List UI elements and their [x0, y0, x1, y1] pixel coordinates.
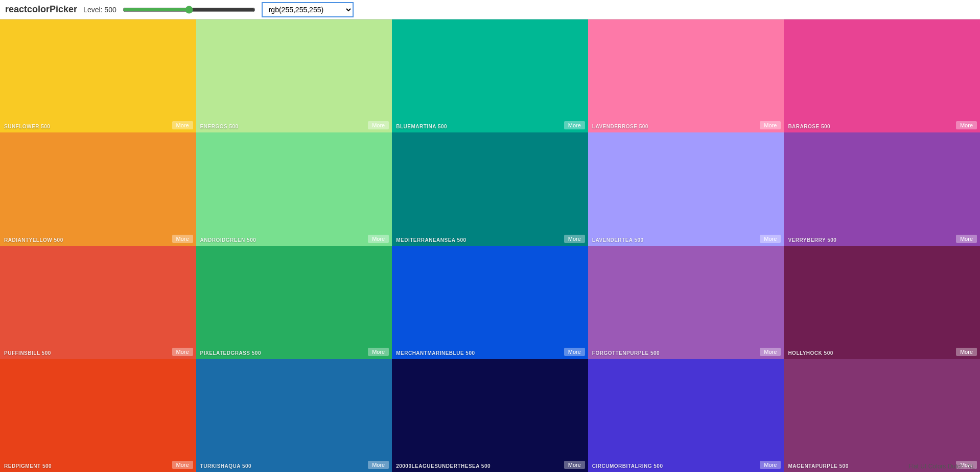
color-label: BLUEMARTINA 500	[396, 124, 588, 129]
color-cell-verryberry-500: VERRYBERRY 500More	[784, 132, 980, 245]
color-label: MEDITERRANEANSEA 500	[396, 237, 588, 243]
color-label: PIXELATEDGRASS 500	[200, 350, 392, 356]
color-cell-sunflower-500: SUNFLOWER 500More	[0, 19, 196, 132]
color-label: MERCHANTMARINEBLUE 500	[396, 350, 588, 356]
color-cell-merchantmarineblue-500: MERCHANTMARINEBLUE 500More	[392, 246, 588, 359]
app-title: reactcolorPicker	[5, 4, 77, 15]
more-button-5[interactable]: More	[172, 235, 193, 243]
color-cell-bluemartina-500: BLUEMARTINA 500More	[392, 19, 588, 132]
more-button-10[interactable]: More	[172, 348, 193, 356]
color-label: HOLLYHOCK 500	[788, 350, 980, 356]
footer: Flat UI Colors Dutch NL	[908, 463, 975, 470]
color-cell-20000leaguesunderthesea-500: 20000LEAGUESUNDERTHESEA 500More	[392, 359, 588, 472]
more-button-3[interactable]: More	[760, 121, 781, 129]
color-label: RADIANTYELLOW 500	[4, 237, 196, 243]
color-cell-lavenderrose-500: LAVENDERROSE 500More	[588, 19, 784, 132]
color-cell-lavendertea-500: LAVENDERTEA 500More	[588, 132, 784, 245]
header: reactcolorPicker Level: 500 rgb(255,255,…	[0, 0, 980, 19]
color-cell-mediterraneansea-500: MEDITERRANEANSEA 500More	[392, 132, 588, 245]
color-label: LAVENDERROSE 500	[592, 124, 784, 129]
color-cell-radiantyellow-500: RADIANTYELLOW 500More	[0, 132, 196, 245]
level-slider[interactable]	[123, 6, 255, 14]
more-button-0[interactable]: More	[172, 121, 193, 129]
more-button-4[interactable]: More	[956, 121, 977, 129]
color-cell-energos-500: ENERGOS 500More	[196, 19, 392, 132]
color-cell-hollyhock-500: HOLLYHOCK 500More	[784, 246, 980, 359]
color-label: LAVENDERTEA 500	[592, 237, 784, 243]
color-label: BARAROSE 500	[788, 124, 980, 129]
footer-text: Flat UI Colors Dutch	[908, 463, 964, 470]
color-label: ANDROIDGREEN 500	[200, 237, 392, 243]
more-button-13[interactable]: More	[760, 348, 781, 356]
color-cell-puffinsbill-500: PUFFINSBILL 500More	[0, 246, 196, 359]
more-button-8[interactable]: More	[760, 235, 781, 243]
level-label: Level: 500	[83, 6, 116, 14]
more-button-16[interactable]: More	[368, 461, 389, 469]
color-cell-magentapurple-500: MAGENTAPURPLE 500More	[784, 359, 980, 472]
more-button-15[interactable]: More	[172, 461, 193, 469]
color-label: CIRCUMORBITALRING 500	[592, 463, 784, 469]
color-cell-bararose-500: BARAROSE 500More	[784, 19, 980, 132]
color-label: VERRYBERRY 500	[788, 237, 980, 243]
more-button-17[interactable]: More	[564, 461, 585, 469]
color-cell-turkishaqua-500: TURKISHAQUA 500More	[196, 359, 392, 472]
color-label: FORGOTTENPURPLE 500	[592, 350, 784, 356]
more-button-14[interactable]: More	[956, 348, 977, 356]
color-label: 20000LEAGUESUNDERTHESEA 500	[396, 463, 588, 469]
color-cell-pixelatedgrass-500: PIXELATEDGRASS 500More	[196, 246, 392, 359]
more-button-7[interactable]: More	[564, 235, 585, 243]
color-label: SUNFLOWER 500	[4, 124, 196, 129]
more-button-18[interactable]: More	[760, 461, 781, 469]
color-label: REDPIGMENT 500	[4, 463, 196, 469]
color-label: PUFFINSBILL 500	[4, 350, 196, 356]
color-cell-circumorbitalring-500: CIRCUMORBITALRING 500More	[588, 359, 784, 472]
more-button-1[interactable]: More	[368, 121, 389, 129]
more-button-9[interactable]: More	[956, 235, 977, 243]
color-cell-androidgreen-500: ANDROIDGREEN 500More	[196, 132, 392, 245]
color-label: TURKISHAQUA 500	[200, 463, 392, 469]
more-button-2[interactable]: More	[564, 121, 585, 129]
color-grid: SUNFLOWER 500MoreENERGOS 500MoreBLUEMART…	[0, 19, 980, 472]
more-button-6[interactable]: More	[368, 235, 389, 243]
color-cell-redpigment-500: REDPIGMENT 500More	[0, 359, 196, 472]
color-display-wrapper: rgb(255,255,255)	[262, 2, 354, 17]
footer-lang: NL	[967, 463, 975, 470]
color-cell-forgottenpurple-500: FORGOTTENPURPLE 500More	[588, 246, 784, 359]
color-value-select[interactable]: rgb(255,255,255)	[262, 2, 354, 17]
color-label: ENERGOS 500	[200, 124, 392, 129]
more-button-12[interactable]: More	[564, 348, 585, 356]
more-button-11[interactable]: More	[368, 348, 389, 356]
